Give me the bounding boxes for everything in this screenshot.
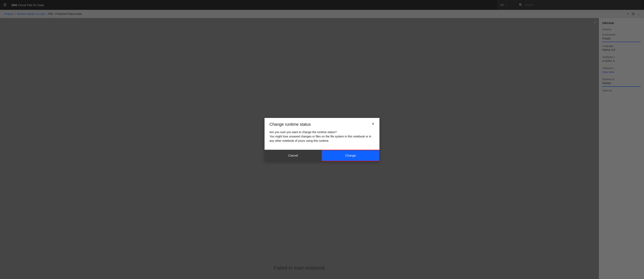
dialog-title: Change runtime status: [270, 122, 311, 127]
dialog-body-line1: Are you sure you want to change the runt…: [270, 130, 374, 134]
dialog-body: Are you sure you want to change the runt…: [264, 130, 380, 150]
dialog-body-line2: You might lose unsaved changes or files …: [270, 134, 374, 143]
dialog-close-button[interactable]: ✕: [372, 122, 374, 126]
modal-overlay: Change runtime status ✕ Are you sure you…: [0, 0, 644, 279]
change-button[interactable]: Change: [322, 150, 380, 161]
cancel-button[interactable]: Cancel: [264, 150, 322, 161]
change-runtime-dialog: Change runtime status ✕ Are you sure you…: [264, 118, 380, 161]
dialog-header: Change runtime status ✕: [264, 118, 380, 130]
dialog-footer: Cancel Change: [264, 150, 380, 161]
